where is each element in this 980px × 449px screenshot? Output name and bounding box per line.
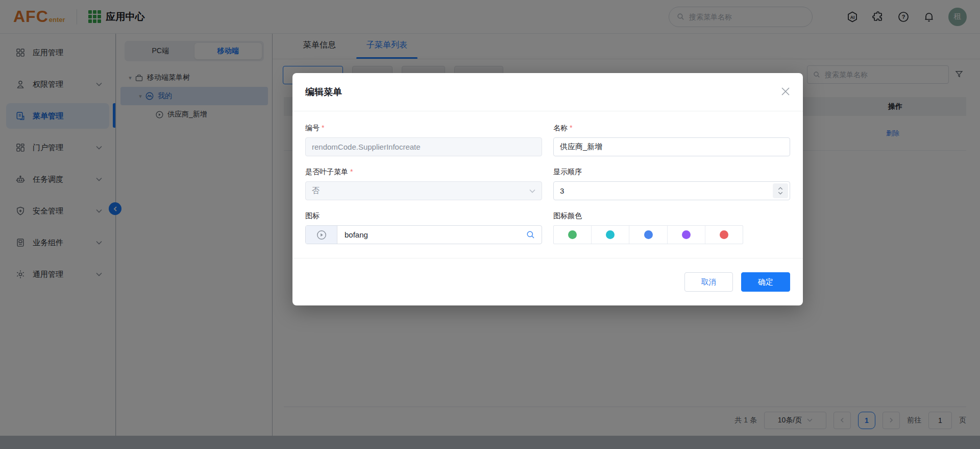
field-icon: 图标 xyxy=(305,200,542,244)
red-dot xyxy=(720,230,728,239)
cancel-button[interactable]: 取消 xyxy=(684,272,733,292)
green-dot xyxy=(568,230,577,239)
edit-menu-dialog: 编辑菜单 编号* 名称* 是否叶子菜单* 否 xyxy=(292,73,803,305)
play-circle-icon xyxy=(316,229,327,241)
icon-name-input[interactable] xyxy=(337,230,526,239)
field-is-leaf-label: 是否叶子菜单 xyxy=(305,168,348,176)
icon-search-icon[interactable] xyxy=(526,230,535,240)
chevron-down-icon xyxy=(529,189,535,193)
required-mark: * xyxy=(322,124,324,132)
stepper-up-icon[interactable] xyxy=(778,187,783,190)
color-swatch-purple[interactable] xyxy=(668,226,705,244)
field-icon-color-label: 图标颜色 xyxy=(553,211,582,220)
field-name-label: 名称 xyxy=(553,124,568,132)
color-swatch-blue[interactable] xyxy=(629,226,667,244)
display-order-input[interactable] xyxy=(553,181,790,200)
field-display-order: 显示顺序 xyxy=(553,156,790,200)
stepper-down-icon[interactable] xyxy=(778,192,783,195)
confirm-button[interactable]: 确定 xyxy=(741,272,790,292)
required-mark: * xyxy=(350,168,353,176)
is-leaf-select: 否 xyxy=(305,181,542,200)
blue-dot xyxy=(644,230,653,239)
purple-dot xyxy=(682,230,691,239)
close-icon[interactable] xyxy=(780,86,791,97)
field-name: 名称* xyxy=(553,112,790,156)
cyan-dot xyxy=(606,230,615,239)
dialog-footer: 取消 确定 xyxy=(292,258,803,305)
required-mark: * xyxy=(570,124,572,132)
icon-picker[interactable] xyxy=(305,225,542,244)
field-code-label: 编号 xyxy=(305,124,320,132)
number-stepper[interactable] xyxy=(773,183,788,198)
name-input[interactable] xyxy=(553,137,790,156)
field-is-leaf: 是否叶子菜单* 否 xyxy=(305,156,542,200)
icon-color-palette xyxy=(553,225,743,244)
field-code: 编号* xyxy=(305,112,542,156)
color-swatch-red[interactable] xyxy=(705,226,743,244)
field-display-order-label: 显示顺序 xyxy=(553,168,582,176)
dialog-form: 编号* 名称* 是否叶子菜单* 否 显示顺序 xyxy=(292,111,803,244)
dialog-header: 编辑菜单 xyxy=(292,73,803,111)
color-swatch-cyan[interactable] xyxy=(592,226,629,244)
field-icon-color: 图标颜色 xyxy=(553,200,790,244)
is-leaf-value: 否 xyxy=(312,186,320,196)
code-input xyxy=(305,137,542,156)
color-swatch-green[interactable] xyxy=(554,226,592,244)
dialog-title: 编辑菜单 xyxy=(305,86,342,98)
field-icon-label: 图标 xyxy=(305,211,320,220)
icon-preview-addon xyxy=(306,226,337,244)
